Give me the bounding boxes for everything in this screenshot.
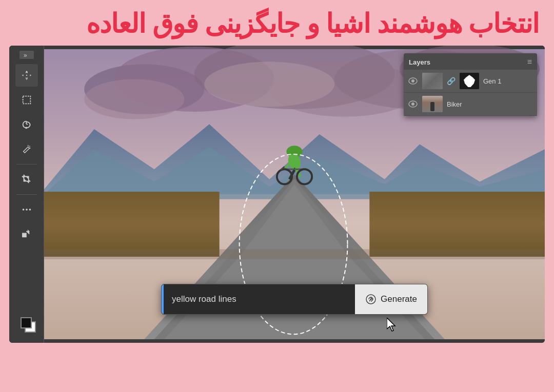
toolbar: » xyxy=(9,46,44,343)
svg-point-13 xyxy=(204,62,334,107)
tool-divider-2 xyxy=(16,194,37,195)
svg-point-42 xyxy=(370,299,372,300)
header: انتخاب هوشمند اشیا و جایگزینی فوق العاده xyxy=(0,0,554,46)
color-swatches[interactable] xyxy=(17,314,36,333)
svg-rect-6 xyxy=(22,233,26,237)
layer-biker-thumb xyxy=(422,96,443,112)
svg-point-10 xyxy=(84,79,184,119)
canvas: Layers ≡ 🔗 xyxy=(44,46,545,343)
transform-tool[interactable] xyxy=(15,223,38,245)
layer-gen1-thumb-image xyxy=(422,73,443,89)
layers-panel: Layers ≡ 🔗 xyxy=(404,53,537,116)
layer-gen1-name: Gen 1 xyxy=(483,77,533,85)
generate-label: Generate xyxy=(381,294,417,304)
svg-rect-21 xyxy=(369,192,545,257)
svg-rect-26 xyxy=(44,250,545,260)
cursor-arrow xyxy=(387,318,399,330)
svg-rect-1 xyxy=(23,96,30,104)
quick-select-tool[interactable] xyxy=(15,138,38,160)
dots-tool[interactable] xyxy=(15,198,38,221)
marquee-tool[interactable] xyxy=(15,89,38,111)
tool-divider-1 xyxy=(16,164,37,164)
crop-tool[interactable] xyxy=(15,168,38,191)
svg-text:»: » xyxy=(24,52,27,58)
layer-gen1[interactable]: 🔗 Gen 1 xyxy=(404,70,537,93)
layer-biker[interactable]: Biker xyxy=(404,93,537,116)
generate-input[interactable] xyxy=(164,284,355,314)
layer-gen1-visibility[interactable] xyxy=(408,76,418,86)
layers-title: Layers xyxy=(409,58,430,66)
layer-chain-icon: 🔗 xyxy=(447,77,456,85)
generate-icon xyxy=(365,294,377,305)
lasso-tool[interactable] xyxy=(15,113,38,136)
layer-gen1-thumb-mask xyxy=(460,73,479,89)
svg-point-2 xyxy=(25,127,27,129)
layers-header: Layers ≡ xyxy=(404,53,537,70)
svg-point-3 xyxy=(22,209,24,211)
svg-rect-20 xyxy=(44,192,220,257)
layer-biker-name: Biker xyxy=(447,100,533,108)
layers-menu-icon[interactable]: ≡ xyxy=(527,57,532,67)
generate-button[interactable]: Generate xyxy=(355,284,427,314)
photoshop-area: » xyxy=(9,46,545,343)
generate-bar: Generate xyxy=(161,284,428,315)
page-title: انتخاب هوشمند اشیا و جایگزینی فوق العاده xyxy=(86,9,539,38)
move-tool[interactable] xyxy=(15,64,38,87)
collapse-arrow[interactable]: » xyxy=(19,51,34,59)
background-color-swatch[interactable] xyxy=(21,317,32,328)
svg-marker-43 xyxy=(387,318,395,331)
svg-point-5 xyxy=(29,209,31,211)
svg-point-38 xyxy=(411,79,414,82)
svg-point-4 xyxy=(26,209,28,211)
layer-biker-visibility[interactable] xyxy=(408,99,418,109)
svg-point-40 xyxy=(411,102,414,106)
